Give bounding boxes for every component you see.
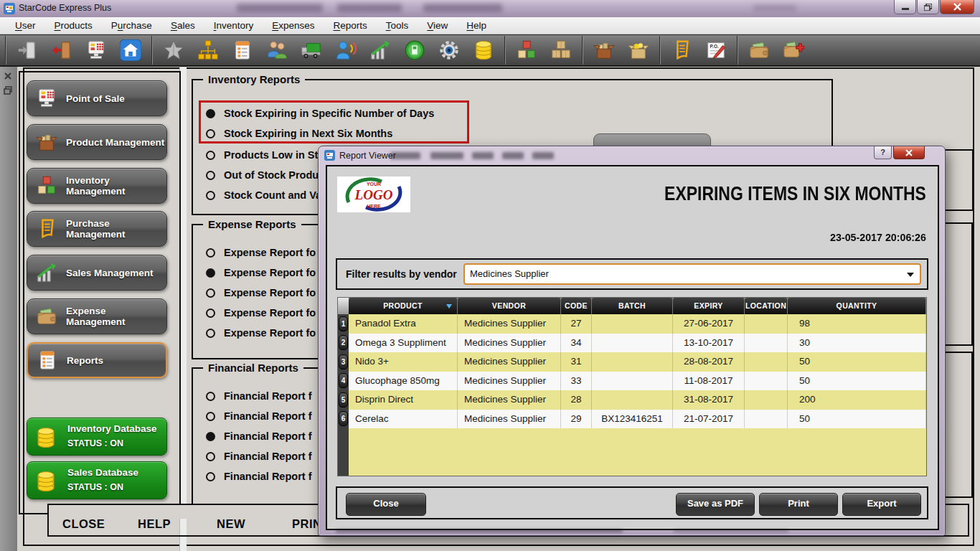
column-header-location[interactable]: LOCATION	[745, 298, 788, 314]
report-option[interactable]: Stock Expiring in Next Six Months	[206, 125, 392, 142]
column-header-code[interactable]: CODE	[561, 298, 592, 314]
radio-icon[interactable]	[206, 129, 215, 138]
report-option[interactable]: Stock Count and Va	[206, 187, 321, 204]
close-icon[interactable]	[940, 0, 974, 14]
sidebar-item-point-of-sale[interactable]: Point of Sale	[27, 80, 167, 116]
sidebar-item-sales-management[interactable]: Sales Management	[27, 255, 167, 291]
sales-chart-icon[interactable]	[369, 39, 392, 62]
sidebar-item-product-management[interactable]: Product Management	[27, 124, 167, 160]
close-icon[interactable]	[893, 146, 925, 159]
print-button[interactable]: Print	[759, 493, 838, 516]
footer-button-close[interactable]: CLOSE	[62, 517, 105, 531]
settings-gear-icon[interactable]	[438, 39, 461, 62]
menu-products[interactable]: Products	[45, 20, 102, 31]
status-panel-inventory-database[interactable]: Inventory DatabaseSTATUS : ON	[27, 418, 167, 456]
save-as-pdf-button[interactable]: Save as PDF	[676, 493, 755, 516]
report-option[interactable]: Financial Report f	[206, 387, 311, 405]
column-header-batch[interactable]: BATCH	[592, 298, 673, 314]
export-button[interactable]: Export	[842, 493, 921, 516]
table-row[interactable]: 5Disprin DirectMedicines Supplier2831-08…	[338, 390, 926, 410]
customers-icon[interactable]	[265, 39, 288, 62]
restore-button[interactable]	[917, 0, 939, 14]
column-header-product[interactable]: PRODUCT	[349, 298, 458, 314]
report-option[interactable]: Expense Report fo	[206, 244, 316, 261]
report-option[interactable]: Expense Report fo	[206, 264, 316, 281]
radio-icon[interactable]	[206, 248, 215, 258]
open-box-icon[interactable]	[593, 39, 616, 62]
star-icon[interactable]	[162, 39, 185, 62]
purchase-order-icon[interactable]: P.O.	[705, 39, 727, 62]
pos-terminal-icon[interactable]	[85, 39, 108, 62]
logout-icon[interactable]	[50, 39, 73, 62]
org-chart-icon[interactable]	[197, 39, 220, 62]
radio-icon[interactable]	[206, 151, 215, 160]
minimize-button[interactable]	[894, 0, 916, 14]
menu-view[interactable]: View	[418, 20, 457, 31]
footer-button-help[interactable]: HELP	[138, 517, 171, 531]
report-option[interactable]: Financial Report f	[206, 408, 311, 425]
wallet-add-icon[interactable]	[782, 39, 805, 62]
report-option[interactable]: Expense Report fo	[206, 284, 316, 301]
radio-icon[interactable]	[206, 472, 215, 481]
open-box-gold-icon[interactable]	[627, 39, 650, 62]
close-button[interactable]: Close	[346, 493, 426, 516]
table-row[interactable]: 2Omega 3 SupplimentMedicines Supplier341…	[338, 334, 926, 353]
radio-icon[interactable]	[206, 329, 215, 338]
radio-icon[interactable]	[206, 288, 215, 298]
purchase-pad-icon[interactable]	[670, 39, 693, 62]
report-option[interactable]: Out of Stock Produ	[206, 166, 319, 184]
footer-button-new[interactable]: NEW	[217, 517, 245, 531]
radio-icon[interactable]	[206, 171, 215, 180]
report-option[interactable]: Stock Expiring in Specific Number of Day…	[206, 105, 434, 122]
dock-close-icon[interactable]	[3, 71, 13, 81]
save-icon[interactable]	[403, 39, 426, 62]
radio-icon[interactable]	[206, 309, 215, 318]
radio-selected-icon[interactable]	[206, 109, 215, 118]
report-option[interactable]: Financial Report f	[206, 428, 311, 445]
sidebar-item-purchase-management[interactable]: Purchase Management	[27, 211, 167, 247]
home-icon[interactable]	[119, 39, 142, 62]
login-icon[interactable]	[16, 39, 39, 62]
radio-icon[interactable]	[206, 392, 215, 401]
table-row[interactable]: 3Nido 3+Medicines Supplier3128-08-201750	[338, 352, 926, 372]
product-cubes-icon[interactable]	[515, 39, 538, 62]
report-option[interactable]: Expense Report fo	[206, 304, 316, 321]
report-option[interactable]: Products Low in St	[206, 146, 318, 164]
database-icon[interactable]	[472, 39, 495, 62]
radio-icon[interactable]	[206, 191, 215, 200]
sidebar-item-expense-management[interactable]: Expense Management	[27, 298, 167, 334]
vendor-select[interactable]: Medicines Supplier	[463, 263, 921, 285]
table-row[interactable]: 4Glucophage 850mgMedicines Supplier3311-…	[338, 372, 926, 391]
radio-icon[interactable]	[206, 412, 215, 421]
menu-tools[interactable]: Tools	[377, 20, 418, 31]
column-header-vendor[interactable]: VENDOR	[458, 298, 561, 314]
dock-float-icon[interactable]	[3, 85, 13, 95]
menu-inventory[interactable]: Inventory	[204, 20, 263, 31]
menu-reports[interactable]: Reports	[324, 20, 377, 31]
user-icon[interactable]	[334, 39, 357, 62]
radio-selected-icon[interactable]	[206, 268, 215, 278]
sidebar-item-inventory-management[interactable]: Inventory Management	[27, 168, 167, 204]
menu-purchase[interactable]: Purchase	[102, 20, 161, 31]
delivery-truck-icon[interactable]	[300, 39, 323, 62]
menu-help[interactable]: Help	[457, 20, 496, 31]
help-button[interactable]: ?	[874, 146, 892, 159]
menu-expenses[interactable]: Expenses	[263, 20, 324, 31]
wallet-icon[interactable]	[748, 39, 771, 62]
menu-user[interactable]: User	[6, 20, 45, 31]
column-header-expiry[interactable]: EXPIRY	[673, 298, 745, 314]
menu-sales[interactable]: Sales	[161, 20, 204, 31]
table-row[interactable]: 1Panadol ExtraMedicines Supplier2727-06-…	[338, 314, 926, 334]
radio-icon[interactable]	[206, 452, 215, 461]
status-panel-sales-database[interactable]: Sales DatabaseSTATUS : ON	[27, 461, 167, 499]
table-row[interactable]: 6CerelacMedicines Supplier29BX1234162512…	[338, 410, 926, 429]
stock-boxes-icon[interactable]	[550, 39, 573, 62]
sidebar-item-reports[interactable]: Reports	[27, 342, 167, 378]
report-option[interactable]: Financial Report f	[206, 448, 311, 465]
report-option[interactable]: Financial Report f	[206, 468, 311, 485]
tasks-icon[interactable]	[231, 39, 254, 62]
dialog-titlebar[interactable]: Report Viewer ?	[319, 146, 945, 165]
column-header-quantity[interactable]: QUANTITY	[788, 298, 926, 314]
radio-selected-icon[interactable]	[206, 432, 215, 441]
report-option[interactable]: Expense Report fo	[206, 324, 316, 342]
